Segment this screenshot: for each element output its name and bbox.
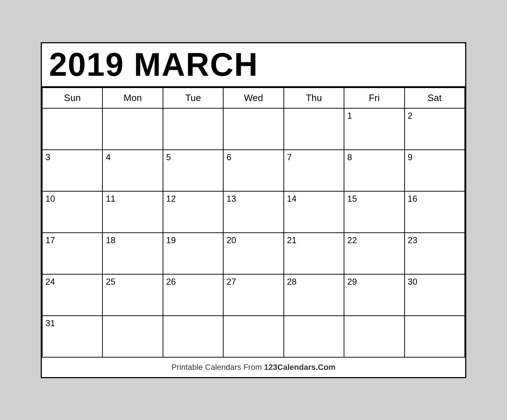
day-header-tue: Tue <box>163 88 223 108</box>
day-number: 30 <box>408 277 418 286</box>
calendar-cell: 1 <box>344 108 404 150</box>
calendar-cell: 20 <box>223 233 283 274</box>
day-number: 15 <box>347 194 357 204</box>
calendar-cell: 6 <box>223 150 283 191</box>
calendar-cell <box>163 316 223 357</box>
day-number: 17 <box>45 235 55 245</box>
day-number: 18 <box>106 235 115 245</box>
day-header-fri: Fri <box>344 88 404 108</box>
calendar-cell: 13 <box>223 191 283 233</box>
day-header-sun: Sun <box>42 88 102 108</box>
calendar-cell <box>163 108 223 150</box>
day-number: 27 <box>226 277 236 286</box>
calendar-grid: SunMonTueWedThuFriSat 123456789101112131… <box>42 87 465 358</box>
day-number: 2 <box>408 111 413 121</box>
calendar-cell: 7 <box>284 150 344 191</box>
day-header-wed: Wed <box>223 88 283 108</box>
calendar-cell: 29 <box>344 274 404 316</box>
day-header-sat: Sat <box>405 88 465 108</box>
calendar-cell: 17 <box>42 233 102 274</box>
calendar: 2019 MARCH SunMonTueWedThuFriSat 1234567… <box>41 42 466 378</box>
calendar-cell: 4 <box>102 150 163 191</box>
calendar-cell <box>223 108 283 150</box>
day-number: 10 <box>45 194 55 204</box>
day-number: 13 <box>226 194 236 204</box>
calendar-cell: 11 <box>102 191 163 233</box>
calendar-cell: 30 <box>405 274 465 316</box>
day-number: 12 <box>166 194 176 204</box>
day-number: 25 <box>106 277 115 286</box>
calendar-cell: 24 <box>42 274 102 316</box>
calendar-cell: 18 <box>102 233 163 274</box>
day-number: 21 <box>287 235 297 245</box>
calendar-cell: 16 <box>405 191 465 233</box>
day-header-mon: Mon <box>102 88 163 108</box>
day-number: 16 <box>408 194 418 204</box>
calendar-cell: 5 <box>163 150 223 191</box>
day-number: 4 <box>106 152 110 162</box>
day-number: 26 <box>166 277 176 286</box>
footer-brand: 123Calendars.Com <box>264 363 335 372</box>
calendar-cell: 12 <box>163 191 223 233</box>
day-number: 9 <box>408 152 413 162</box>
day-number: 11 <box>106 194 115 204</box>
day-number: 8 <box>347 152 352 162</box>
day-number: 24 <box>45 277 55 286</box>
day-number: 1 <box>347 111 352 121</box>
day-number: 29 <box>347 277 357 286</box>
day-number: 5 <box>166 152 171 162</box>
calendar-cell: 26 <box>163 274 223 316</box>
calendar-cell <box>284 108 344 150</box>
calendar-footer: Printable Calendars From 123Calendars.Co… <box>42 358 465 377</box>
day-number: 14 <box>287 194 297 204</box>
day-number: 31 <box>45 318 55 328</box>
calendar-cell: 3 <box>42 150 102 191</box>
calendar-cell <box>102 316 163 357</box>
day-header-thu: Thu <box>284 88 344 108</box>
calendar-cell: 25 <box>102 274 163 316</box>
calendar-cell: 21 <box>284 233 344 274</box>
calendar-cell: 19 <box>163 233 223 274</box>
calendar-cell: 10 <box>42 191 102 233</box>
calendar-cell <box>405 316 465 357</box>
calendar-cell: 9 <box>405 150 465 191</box>
calendar-title: 2019 MARCH <box>42 43 465 87</box>
day-number: 20 <box>226 235 236 245</box>
calendar-cell: 31 <box>42 316 102 357</box>
day-number: 28 <box>287 277 297 286</box>
day-number: 22 <box>347 235 357 245</box>
day-number: 3 <box>45 152 50 162</box>
day-number: 19 <box>166 235 176 245</box>
calendar-cell: 22 <box>344 233 404 274</box>
calendar-cell: 8 <box>344 150 404 191</box>
calendar-cell: 23 <box>405 233 465 274</box>
calendar-cell: 2 <box>405 108 465 150</box>
calendar-cell: 27 <box>223 274 283 316</box>
day-number: 7 <box>287 152 292 162</box>
calendar-cell: 14 <box>284 191 344 233</box>
calendar-cell <box>284 316 344 357</box>
calendar-cell: 15 <box>344 191 404 233</box>
footer-text: Printable Calendars From <box>172 363 264 372</box>
day-number: 6 <box>226 152 231 162</box>
day-number: 23 <box>408 235 418 245</box>
calendar-cell: 28 <box>284 274 344 316</box>
calendar-cell <box>223 316 283 357</box>
calendar-cell <box>344 316 404 357</box>
calendar-cell <box>102 108 163 150</box>
calendar-cell <box>42 108 102 150</box>
